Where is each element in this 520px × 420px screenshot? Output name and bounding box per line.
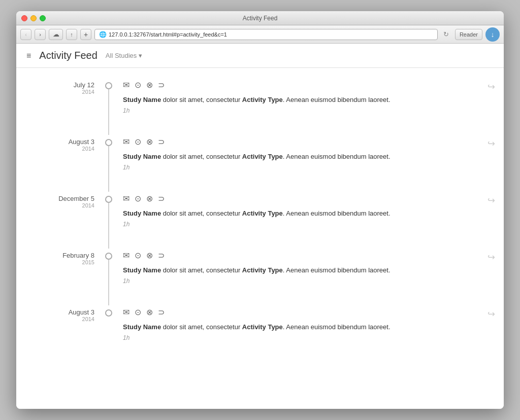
mail-icon[interactable]: ✉ (123, 80, 129, 90)
reply-icon[interactable]: ↩ (488, 138, 495, 192)
person-icon[interactable]: ⊃ (158, 80, 165, 90)
close-button[interactable] (21, 15, 27, 21)
date-main: August 3 (16, 138, 94, 146)
maximize-button[interactable] (40, 15, 46, 21)
timeline-connector (103, 78, 115, 135)
timeline-connector (103, 192, 115, 249)
reply-column: ↩ (478, 135, 504, 192)
activity-text: Study Name dolor sit amet, consectetur A… (123, 152, 470, 162)
app-header: ≡ Activity Feed All Studies ▾ (16, 44, 504, 68)
activity-type: Activity Type (242, 153, 283, 160)
reply-column: ↩ (478, 78, 504, 135)
hamburger-icon[interactable]: ≡ (26, 51, 31, 60)
date-column: July 12 2014 (16, 78, 103, 135)
clock-icon[interactable]: ⊙ (135, 251, 141, 260)
address-bar[interactable]: 🌐 127.0.0.1:32767/start.html#p=activity_… (94, 29, 438, 40)
location-icon[interactable]: ⊗ (146, 251, 153, 260)
date-year: 2014 (16, 202, 94, 208)
timeline-item: December 5 2014 ✉ ⊙ ⊗ ⊃ Study Name dolor… (16, 192, 504, 249)
reply-column: ↩ (478, 192, 504, 249)
date-column: August 3 2014 (16, 305, 103, 357)
date-main: February 8 (16, 252, 94, 259)
activity-text: Study Name dolor sit amet, consectetur A… (123, 265, 470, 275)
forward-button[interactable]: › (35, 29, 46, 40)
activity-icons: ✉ ⊙ ⊗ ⊃ (123, 251, 470, 260)
mail-icon[interactable]: ✉ (123, 307, 129, 317)
filter-dropdown[interactable]: All Studies ▾ (106, 52, 142, 59)
activity-type: Activity Type (242, 323, 283, 331)
clock-icon[interactable]: ⊙ (135, 307, 141, 317)
back-button[interactable]: ‹ (20, 29, 31, 40)
location-icon[interactable]: ⊗ (146, 80, 153, 90)
url-text: 127.0.0.1:32767/start.html#p=activity_fe… (109, 31, 227, 38)
mail-icon[interactable]: ✉ (123, 137, 129, 147)
timeline-connector (103, 135, 115, 192)
activity-duration: 1h (123, 334, 470, 341)
reload-button[interactable]: ↻ (441, 29, 452, 40)
activity-text: Study Name dolor sit amet, consectetur A… (123, 208, 470, 219)
study-name: Study Name (123, 323, 161, 331)
add-tab-button[interactable]: + (80, 29, 91, 40)
date-year: 2014 (16, 89, 94, 95)
globe-icon: 🌐 (99, 31, 107, 38)
activity-content: ✉ ⊙ ⊗ ⊃ Study Name dolor sit amet, conse… (115, 249, 478, 305)
timeline-line (108, 203, 109, 249)
traffic-lights (21, 15, 46, 21)
study-name: Study Name (123, 266, 161, 274)
timeline-dot (105, 82, 112, 89)
date-column: August 3 2014 (16, 135, 103, 192)
share-button[interactable]: ↑ (66, 29, 77, 40)
timeline-item: August 3 2014 ✉ ⊙ ⊗ ⊃ Study Name dolor s… (16, 135, 504, 192)
timeline-dot (105, 309, 112, 317)
reply-column: ↩ (478, 249, 504, 305)
timeline-item: August 3 2014 ✉ ⊙ ⊗ ⊃ Study Name dolor s… (16, 305, 504, 357)
location-icon[interactable]: ⊗ (146, 137, 153, 147)
clock-icon[interactable]: ⊙ (135, 80, 141, 90)
activity-content: ✉ ⊙ ⊗ ⊃ Study Name dolor sit amet, conse… (115, 305, 478, 357)
person-icon[interactable]: ⊃ (158, 137, 165, 147)
mail-icon[interactable]: ✉ (123, 194, 129, 203)
activity-text: Study Name dolor sit amet, consectetur A… (123, 95, 470, 105)
download-button[interactable]: ↓ (485, 27, 500, 42)
timeline-dot (105, 253, 112, 260)
person-icon[interactable]: ⊃ (158, 307, 165, 317)
activity-type: Activity Type (242, 266, 283, 274)
activity-icons: ✉ ⊙ ⊗ ⊃ (123, 307, 470, 317)
minimize-button[interactable] (30, 15, 37, 21)
activity-content: ✉ ⊙ ⊗ ⊃ Study Name dolor sit amet, conse… (115, 135, 478, 192)
activity-icons: ✉ ⊙ ⊗ ⊃ (123, 80, 470, 90)
activity-duration: 1h (123, 107, 470, 114)
person-icon[interactable]: ⊃ (158, 194, 165, 203)
reply-icon[interactable]: ↩ (488, 195, 495, 249)
activity-duration: 1h (123, 277, 470, 285)
clock-icon[interactable]: ⊙ (135, 194, 141, 203)
reply-column: ↩ (478, 305, 504, 357)
activity-content: ✉ ⊙ ⊗ ⊃ Study Name dolor sit amet, conse… (115, 78, 478, 135)
cloud-button[interactable]: ☁ (49, 29, 63, 40)
timeline-item: July 12 2014 ✉ ⊙ ⊗ ⊃ Study Name dolor si… (16, 78, 504, 135)
browser-window: Activity Feed ‹ › ☁ ↑ + 🌐 127.0.0.1:3276… (16, 11, 504, 409)
timeline-line (108, 146, 109, 192)
location-icon[interactable]: ⊗ (146, 307, 153, 317)
timeline-connector (103, 249, 115, 305)
date-year: 2014 (16, 146, 94, 152)
reply-icon[interactable]: ↩ (488, 252, 495, 305)
reply-icon[interactable]: ↩ (488, 308, 495, 357)
app-title: Activity Feed (39, 50, 97, 61)
activity-type: Activity Type (242, 96, 283, 103)
mail-icon[interactable]: ✉ (123, 251, 129, 260)
timeline-line (108, 89, 109, 135)
date-column: February 8 2015 (16, 249, 103, 305)
study-name: Study Name (123, 153, 161, 160)
clock-icon[interactable]: ⊙ (135, 137, 141, 147)
study-name: Study Name (123, 209, 161, 217)
timeline-dot (105, 196, 112, 203)
activity-text: Study Name dolor sit amet, consectetur A… (123, 322, 470, 332)
activity-content: ✉ ⊙ ⊗ ⊃ Study Name dolor sit amet, conse… (115, 192, 478, 249)
person-icon[interactable]: ⊃ (158, 251, 165, 260)
date-column: December 5 2014 (16, 192, 103, 249)
location-icon[interactable]: ⊗ (146, 194, 153, 203)
reply-icon[interactable]: ↩ (488, 81, 495, 135)
reader-button[interactable]: Reader (455, 29, 482, 40)
activity-icons: ✉ ⊙ ⊗ ⊃ (123, 137, 470, 147)
